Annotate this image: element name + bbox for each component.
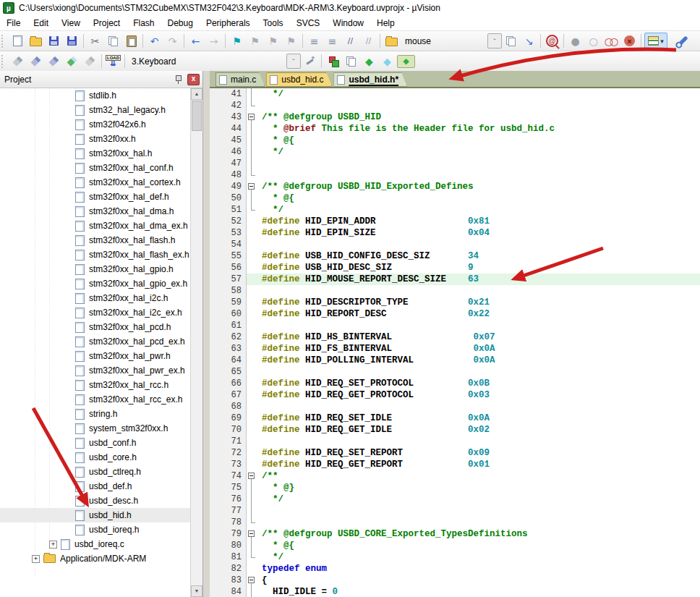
uncomment-icon[interactable]: // [360,33,377,49]
code-line-67[interactable]: 67#define HID_REQ_GET_PROTOCOL 0x03 [210,389,700,401]
tree-item-usbd-core-h[interactable]: usbd_core.h [0,450,190,465]
code-line-81[interactable]: 81 */ [210,551,700,563]
tree-item-stm32f0xx-hal-gpio-ex-h[interactable]: stm32f0xx_hal_gpio_ex.h [0,276,190,291]
rebuild-icon[interactable]: ◆ [46,54,62,69]
tree-item-stm32f0xx-hal-rcc-h[interactable]: stm32f0xx_hal_rcc.h [0,378,190,392]
code-line-78[interactable]: 78 [210,517,700,528]
tree-item-usbd-conf-h[interactable]: usbd_conf.h [0,436,190,450]
configuration-wrench-icon[interactable] [675,33,691,49]
previous-bookmark-icon[interactable]: ⚑ [265,33,281,49]
code-line-79[interactable]: 79/** @defgroup USBD_CORE_Exported_Types… [210,528,700,540]
panel-splitter[interactable] [203,71,210,597]
menu-file[interactable]: File [0,17,27,30]
breakpoint-disabled-icon[interactable]: ○ [585,33,602,49]
tree-item-usbd-ioreq-h[interactable]: usbd_ioreq.h [0,522,190,537]
save-all-icon[interactable] [64,33,80,49]
code-line-44[interactable]: 44 * @brief This file is the Header file… [210,123,700,135]
find-in-files-icon[interactable] [383,33,400,49]
fold-margin[interactable] [247,470,256,482]
code-line-43[interactable]: 43/** @defgroup USBD_HID [210,111,700,123]
code-line-63[interactable]: 63#define HID_FS_BINTERVAL 0x0A [210,343,700,355]
tree-item-string-h[interactable]: string.h [0,407,190,421]
tab-usbd-hid-h-[interactable]: usbd_hid.h* [333,72,407,87]
code-line-51[interactable]: 51 */ [210,204,700,216]
code-line-59[interactable]: 59#define HID_DESCRIPTOR_TYPE 0x21 [210,297,700,308]
copy-icon[interactable] [105,33,121,49]
fold-collapse-icon[interactable] [248,577,255,583]
tree-item-system-stm32f0xx-h[interactable]: system_stm32f0xx.h [0,421,190,436]
target-dropdown-button[interactable]: ˇ [286,54,301,69]
code-line-64[interactable]: 64#define HID_POLLING_INTERVAL 0x0A [210,355,700,366]
code-line-58[interactable]: 58 [210,285,700,297]
tree-item-stm32f0xx-hal-h[interactable]: stm32f0xx_hal.h [0,146,190,161]
tree-item-stm32f0xx-hal-rcc-ex-h[interactable]: stm32f0xx_hal_rcc_ex.h [0,392,190,407]
menu-svcs[interactable]: SVCS [290,17,327,30]
tree-item-usbd-ctlreq-h[interactable]: usbd_ctlreq.h [0,465,190,479]
navigate-forward-icon[interactable]: → [205,33,222,49]
manage-rte-icon[interactable] [325,54,341,69]
scroll-up-button[interactable]: ▲ [191,88,202,100]
code-line-48[interactable]: 48 [210,169,700,181]
menu-project[interactable]: Project [87,17,127,30]
fold-collapse-icon[interactable] [248,530,255,537]
tree-item-stm32f0xx-hal-flash-ex-h[interactable]: stm32f0xx_hal_flash_ex.h [0,247,190,262]
fold-margin[interactable] [247,528,256,540]
manage-project-items-icon[interactable] [343,54,359,69]
insert-bookmark-icon[interactable]: ⚑ [229,33,245,49]
menu-edit[interactable]: Edit [27,17,55,30]
menu-peripherals[interactable]: Peripherals [200,17,257,30]
code-line-62[interactable]: 62#define HID_HS_BINTERVAL 0x07 [210,331,700,343]
code-line-69[interactable]: 69#define HID_REQ_SET_IDLE 0x0A [210,412,700,424]
tree-item-stm32f0xx-hal-dma-ex-h[interactable]: stm32f0xx_hal_dma_ex.h [0,219,190,233]
run-to-cursor-icon[interactable]: ↘ [521,33,537,49]
next-bookmark-icon[interactable]: ⚑ [247,33,263,49]
tree-item-usbd-desc-h[interactable]: usbd_desc.h [0,494,190,508]
code-line-45[interactable]: 45 * @{ [210,135,700,146]
tree-item-stm32f0xx-h[interactable]: stm32f0xx.h [0,132,190,146]
code-line-70[interactable]: 70#define HID_REQ_GET_IDLE 0x02 [210,424,700,436]
code-line-54[interactable]: 54 [210,239,700,250]
code-line-83[interactable]: 83{ [210,575,700,586]
code-line-47[interactable]: 47 [210,158,700,169]
tree-item-stm32f0xx-hal-pwr-ex-h[interactable]: stm32f0xx_hal_pwr_ex.h [0,363,190,378]
redo-icon[interactable]: ↷ [164,33,181,49]
code-line-41[interactable]: 41 */ [210,88,700,100]
options-for-target-icon[interactable] [302,54,318,69]
target-select[interactable]: 3.Keyboard [127,56,285,67]
search-dropdown-button[interactable]: ˇ [487,33,502,48]
code-line-72[interactable]: 72#define HID_REQ_SET_REPORT 0x09 [210,447,700,459]
new-file-icon[interactable] [9,33,26,49]
tree-item-stm32f0xx-hal-i2c-h[interactable]: stm32f0xx_hal_i2c.h [0,291,190,305]
navigate-back-icon[interactable]: ← [187,33,204,49]
code-line-75[interactable]: 75 * @} [210,482,700,494]
build-icon[interactable]: ◆ [27,54,44,69]
menu-debug[interactable]: Debug [161,17,200,30]
code-line-56[interactable]: 56#define USB_HID_DESC_SIZ 9 [210,262,700,274]
search-at-icon[interactable]: @ [544,33,560,49]
tree-item-stm32f0xx-hal-pcd-h[interactable]: stm32f0xx_hal_pcd.h [0,320,190,334]
code-line-65[interactable]: 65 [210,366,700,378]
search-input[interactable]: mouse [401,36,486,46]
find-in-files-results-icon[interactable] [503,33,519,49]
fold-margin[interactable] [247,111,256,123]
code-line-68[interactable]: 68 [210,401,700,412]
open-file-icon[interactable] [27,33,44,49]
code-line-76[interactable]: 76 */ [210,494,700,505]
scroll-thumb[interactable] [192,101,202,131]
comment-icon[interactable]: // [342,33,359,49]
tree-item-stm32f042x6-h[interactable]: stm32f042x6.h [0,117,190,132]
pin-icon[interactable] [175,75,182,84]
code-line-84[interactable]: 84 HID_IDLE = 0 [210,586,700,597]
code-line-61[interactable]: 61 [210,320,700,331]
menu-view[interactable]: View [55,17,87,30]
translate-icon[interactable]: ◆ [9,54,26,69]
debug-windows-button[interactable]: ▾ [644,33,667,49]
select-packs-icon[interactable]: ◆ [397,55,415,68]
download-button[interactable]: LOAD⇊ [105,54,121,69]
code-line-53[interactable]: 53#define HID_EPIN_SIZE 0x04 [210,227,700,239]
fold-collapse-icon[interactable] [248,183,255,190]
expand-icon[interactable]: + [32,555,40,563]
tree-item-stm32f0xx-hal-flash-h[interactable]: stm32f0xx_hal_flash.h [0,233,190,247]
code-line-52[interactable]: 52#define HID_EPIN_ADDR 0x81 [210,216,700,227]
tree-item-stm32f0xx-hal-cortex-h[interactable]: stm32f0xx_hal_cortex.h [0,175,190,190]
